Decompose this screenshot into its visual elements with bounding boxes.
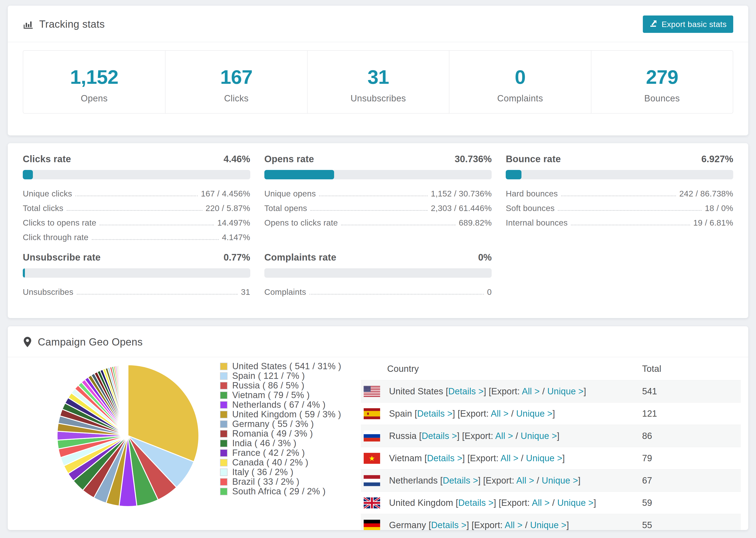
country-line: Vietnam [Details >] [Export: All > / Uni… [389,453,565,463]
legend-item-spain: Spain ( 121 / 7% ) [220,371,351,381]
legend-label: Romania ( 49 / 3% ) [232,429,313,439]
rate-block-bounce-rate: Bounce rate6.927%Hard bounces242 / 86.73… [506,154,733,244]
geo-table-row-spain: Spain [Details >] [Export: All > / Uniqu… [361,403,741,425]
campaign-geo-opens-card: Campaign Geo Opens United States ( 541 /… [8,326,748,530]
rate-value: 0.77% [224,252,250,263]
legend-swatch [220,459,228,466]
flag-icon-us [364,386,380,397]
export-unique-link[interactable]: Unique > [542,476,578,485]
flag-icon-es [364,408,380,419]
rate-detail-label: Click through rate [23,233,88,242]
export-unique-link[interactable]: Unique > [526,453,562,463]
legend-item-brazil: Brazil ( 33 / 2% ) [220,477,351,487]
flag-icon-de [364,520,380,530]
rate-value: 30.736% [455,154,492,164]
rate-detail-value: 0 [487,287,492,297]
country-total: 55 [642,514,741,530]
export-unique-link[interactable]: Unique > [547,386,584,396]
progress-fill [264,170,334,179]
details-link[interactable]: Details > [422,431,457,441]
rates-grid: Clicks rate4.46%Unique clicks167 / 4.456… [23,154,733,299]
rate-title: Bounce rate [506,154,561,164]
progress-bar [506,170,733,179]
rate-detail-value: 689.82% [459,218,492,228]
rate-detail-label: Total clicks [23,203,63,213]
rate-detail-value: 19 / 6.81% [693,218,733,228]
legend-label: Vietnam ( 79 / 5% ) [232,390,310,400]
legend-swatch [220,430,228,438]
legend-label: India ( 46 / 3% ) [232,438,296,448]
legend-swatch [220,401,228,409]
dotted-leader [309,294,484,295]
rate-detail-line: Total opens2,303 / 61.446% [264,201,492,215]
geo-title: Campaign Geo Opens [38,336,143,348]
legend-label: South Africa ( 29 / 2% ) [232,486,326,497]
rate-detail-value: 2,303 / 61.446% [431,203,492,213]
export-all-link[interactable]: All > [522,386,540,396]
dotted-leader [571,225,690,225]
legend-item-canada: Canada ( 40 / 2% ) [220,458,351,467]
country-total: 121 [642,403,741,425]
column-header-country: Country [361,358,642,380]
progress-fill [23,268,25,278]
country-line: Spain [Details >] [Export: All > / Uniqu… [389,409,555,419]
details-link[interactable]: Details > [448,386,484,396]
export-unique-link[interactable]: Unique > [521,431,557,441]
export-unique-link[interactable]: Unique > [557,498,594,508]
legend-swatch [220,440,228,447]
export-all-link[interactable]: All > [495,431,513,441]
flag-icon-gb [364,497,380,509]
export-all-link[interactable]: All > [532,498,550,508]
details-link[interactable]: Details > [427,453,462,463]
dotted-leader [341,225,456,225]
rate-value: 6.927% [701,154,733,164]
stat-label: Complaints [449,93,591,103]
rate-title: Clicks rate [23,154,71,164]
legend-item-united-kingdom: United Kingdom ( 59 / 3% ) [220,409,351,419]
geo-table-row-netherlands: Netherlands [Details >] [Export: All > /… [361,469,741,492]
country-name: Vietnam [389,453,422,463]
rate-detail-line: Total clicks220 / 5.87% [23,201,250,215]
legend-swatch [220,363,228,370]
export-all-link[interactable]: All > [505,520,523,530]
flag-icon-ru [364,430,380,442]
country-total: 59 [642,492,741,514]
export-all-link[interactable]: All > [516,476,534,485]
rate-title: Opens rate [264,154,314,164]
geo-table-row-germany: Germany [Details >] [Export: All > / Uni… [361,514,741,530]
details-link[interactable]: Details > [417,409,453,418]
details-link[interactable]: Details > [458,498,494,508]
dotted-leader [310,210,428,211]
country-name: United Kingdom [389,498,453,508]
stat-label: Unsubscribes [307,93,449,103]
stat-label: Clicks [166,93,307,103]
legend-swatch [220,372,228,380]
export-unique-link[interactable]: Unique > [516,409,553,418]
export-all-link[interactable]: All > [491,409,509,418]
rate-detail-label: Internal bounces [506,218,568,228]
export-basic-stats-button[interactable]: Export basic stats [643,16,733,33]
export-unique-link[interactable]: Unique > [530,520,567,530]
rate-detail-line: Soft bounces18 / 0% [506,201,733,215]
country-total: 541 [642,380,741,403]
details-link[interactable]: Details > [431,520,466,530]
summary-stats-box: 1,152Opens167Clicks31Unsubscribes0Compla… [23,50,733,114]
dotted-leader [92,239,219,240]
stat-label: Bounces [591,93,733,103]
legend-label: United States ( 541 / 31% ) [232,361,341,371]
column-header-total: Total [642,358,741,380]
legend-label: Canada ( 40 / 2% ) [232,457,308,467]
legend-item-united-states: United States ( 541 / 31% ) [220,361,351,371]
export-all-link[interactable]: All > [501,453,518,463]
legend-item-italy: Italy ( 36 / 2% ) [220,467,351,477]
map-pin-icon [23,336,32,348]
geo-header: Campaign Geo Opens [8,326,748,357]
details-link[interactable]: Details > [443,476,478,485]
rate-detail-value: 31 [241,287,250,297]
legend-swatch [220,420,228,428]
tracking-dashboard-page: Tracking stats Export basic stats 1,152O… [0,6,756,538]
geo-pie-chart [53,360,203,512]
legend-item-france: France ( 42 / 2% ) [220,448,351,458]
stat-value: 167 [166,67,307,87]
rate-title: Complaints rate [264,252,337,263]
